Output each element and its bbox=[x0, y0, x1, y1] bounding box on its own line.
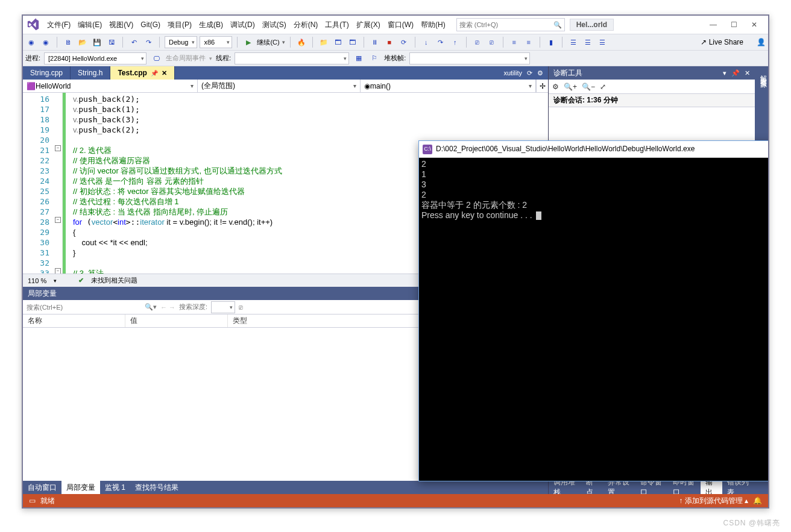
thread-tool1[interactable]: ▦ bbox=[353, 52, 365, 64]
restart-icon[interactable]: ⟳ bbox=[398, 36, 410, 48]
minimize-button[interactable]: ― bbox=[703, 17, 723, 33]
redo-icon[interactable]: ↷ bbox=[142, 36, 154, 48]
menu-file[interactable]: 文件(F) bbox=[43, 17, 74, 33]
preview-file[interactable]: xutility bbox=[503, 69, 522, 77]
step-over-icon[interactable]: ↷ bbox=[435, 36, 447, 48]
diag-zoomin-icon[interactable]: 🔍+ bbox=[564, 83, 577, 91]
diag-zoomout-icon[interactable]: 🔍− bbox=[582, 83, 595, 91]
locals-tool-icon[interactable]: ⎚ bbox=[239, 304, 243, 311]
tb-icon-e[interactable]: ▮ bbox=[545, 36, 557, 48]
btab-调用堆栈[interactable]: 调用堆栈 bbox=[549, 481, 581, 494]
fold-box-33[interactable]: − bbox=[55, 268, 61, 274]
console-window[interactable]: C:\ D:\002_Project\006_Visual_Studio\Hel… bbox=[418, 140, 769, 481]
status-window-icon[interactable]: ▭ bbox=[29, 496, 36, 505]
nav-scope[interactable]: (全局范围) bbox=[198, 80, 361, 92]
tb-icon-g[interactable]: ☰ bbox=[582, 36, 594, 48]
hot-reload-icon[interactable]: 🔥 bbox=[295, 36, 307, 48]
save-icon[interactable]: 💾 bbox=[91, 36, 103, 48]
thread-combo[interactable] bbox=[235, 52, 349, 64]
process-combo[interactable]: [22840] HelloWorld.exe bbox=[44, 52, 147, 64]
continue-label[interactable]: 继续(C) bbox=[257, 38, 279, 47]
tab-gear-icon[interactable]: ⚙ bbox=[537, 69, 543, 77]
stop-icon[interactable]: ■ bbox=[383, 36, 396, 48]
solution-name[interactable]: Hel...orld bbox=[570, 19, 614, 31]
btab-断点[interactable]: 断点 bbox=[581, 481, 602, 494]
fold-box-28[interactable]: − bbox=[55, 217, 61, 223]
close-tab-icon[interactable]: ✕ bbox=[162, 69, 167, 77]
open-icon[interactable]: 📂 bbox=[77, 36, 89, 48]
step-into-icon[interactable]: ↓ bbox=[420, 36, 432, 48]
nav-member[interactable]: ◉ main() bbox=[361, 80, 536, 92]
menu-debug[interactable]: 调试(D) bbox=[227, 17, 259, 33]
thread-tool2[interactable]: ⚐ bbox=[368, 52, 380, 64]
step-out-icon[interactable]: ↑ bbox=[449, 36, 461, 48]
col-name[interactable]: 名称 bbox=[23, 315, 125, 327]
tab-string-cpp[interactable]: String.cpp bbox=[23, 66, 71, 80]
new-icon[interactable]: 🗎 bbox=[62, 36, 74, 48]
undo-icon[interactable]: ↶ bbox=[128, 36, 140, 48]
menu-test[interactable]: 测试(S) bbox=[259, 17, 290, 33]
nav-fwd-icon[interactable]: ◉ bbox=[40, 36, 52, 48]
props-icon[interactable]: 🗔 bbox=[332, 36, 344, 48]
nav-back-icon[interactable]: ◉ bbox=[25, 36, 37, 48]
menu-view[interactable]: 视图(V) bbox=[106, 17, 137, 33]
menu-tools[interactable]: 工具(T) bbox=[321, 17, 352, 33]
btab-局部变量[interactable]: 局部变量 bbox=[61, 481, 100, 494]
tab-tool-icon[interactable]: ⟳ bbox=[527, 69, 532, 77]
tab-test-cpp[interactable]: Test.cpp📌✕ bbox=[110, 66, 174, 80]
liveshare-icon[interactable]: ↗ bbox=[701, 38, 707, 46]
search-icon[interactable]: 🔍▾ bbox=[145, 303, 157, 311]
global-search[interactable]: 搜索 (Ctrl+Q) 🔍 bbox=[456, 18, 565, 31]
tb-icon-h[interactable]: ☰ bbox=[596, 36, 608, 48]
menu-analyze[interactable]: 分析(N) bbox=[290, 17, 322, 33]
menu-help[interactable]: 帮助(H) bbox=[417, 17, 449, 33]
liveshare-label[interactable]: Live Share bbox=[709, 38, 743, 46]
menu-project[interactable]: 项目(P) bbox=[164, 17, 195, 33]
locals-search-input[interactable] bbox=[27, 304, 141, 311]
menu-edit[interactable]: 编辑(E) bbox=[74, 17, 106, 33]
panel-dropdown-icon[interactable]: ▾ bbox=[723, 69, 726, 77]
props2-icon[interactable]: 🗔 bbox=[347, 36, 359, 48]
nav-project[interactable]: 🟪 HelloWorld bbox=[23, 80, 198, 92]
diag-reset-icon[interactable]: ⤢ bbox=[600, 83, 606, 91]
zoom-level[interactable]: 110 % bbox=[28, 277, 46, 284]
platform-combo[interactable]: x86 bbox=[200, 36, 232, 48]
pause-icon[interactable]: ⏸ bbox=[369, 36, 381, 48]
btab-异常设置[interactable]: 异常设置 bbox=[603, 481, 635, 494]
diag-gear-icon[interactable]: ⚙ bbox=[552, 83, 559, 91]
tb-icon-f[interactable]: ☰ bbox=[567, 36, 579, 48]
tb-icon-c[interactable]: ≡ bbox=[508, 36, 520, 48]
add-to-scm[interactable]: ↑ 添加到源代码管理 ▴ bbox=[679, 496, 748, 506]
btab-监视 1[interactable]: 监视 1 bbox=[100, 481, 130, 494]
account-icon[interactable]: 👤 bbox=[757, 38, 766, 46]
maximize-button[interactable]: ☐ bbox=[723, 17, 744, 33]
fold-box-21[interactable]: − bbox=[55, 145, 61, 151]
nav-split-icon[interactable]: ✢ bbox=[536, 80, 548, 92]
menu-window[interactable]: 窗口(W) bbox=[384, 17, 417, 33]
close-button[interactable]: ✕ bbox=[744, 17, 764, 33]
btab-输出[interactable]: 输出 bbox=[701, 481, 722, 494]
saveall-icon[interactable]: 🖫 bbox=[106, 36, 118, 48]
continue-icon[interactable]: ▶ bbox=[242, 36, 254, 48]
menu-ext[interactable]: 扩展(X) bbox=[353, 17, 384, 33]
config-combo[interactable]: Debug bbox=[165, 36, 197, 48]
lifecycle-icon[interactable]: 🖵 bbox=[150, 52, 162, 64]
stackframe-combo[interactable] bbox=[409, 52, 530, 64]
tb-icon-a[interactable]: ⎚ bbox=[471, 36, 484, 48]
btab-错误列表[interactable]: 错误列表 bbox=[722, 481, 755, 494]
tb-icon-b[interactable]: ⎚ bbox=[486, 36, 498, 48]
pin-icon[interactable]: 📌 bbox=[151, 70, 158, 77]
btab-查找符号结果[interactable]: 查找符号结果 bbox=[130, 481, 183, 494]
menu-git[interactable]: Git(G) bbox=[137, 18, 164, 31]
btab-自动窗口[interactable]: 自动窗口 bbox=[23, 481, 61, 494]
panel-pin-icon[interactable]: 📌 bbox=[731, 69, 740, 77]
btab-命令窗口[interactable]: 命令窗口 bbox=[635, 481, 668, 494]
panel-close-icon[interactable]: ✕ bbox=[745, 69, 750, 77]
search-depth-combo[interactable] bbox=[211, 301, 235, 313]
btab-即时窗口[interactable]: 即时窗口 bbox=[668, 481, 701, 494]
menu-build[interactable]: 生成(B) bbox=[195, 17, 227, 33]
notif-icon[interactable]: 🔔 bbox=[753, 496, 762, 505]
folder-icon[interactable]: 📁 bbox=[318, 36, 330, 48]
console-titlebar[interactable]: C:\ D:\002_Project\006_Visual_Studio\Hel… bbox=[419, 141, 769, 158]
tab-string-h[interactable]: String.h bbox=[71, 66, 110, 80]
